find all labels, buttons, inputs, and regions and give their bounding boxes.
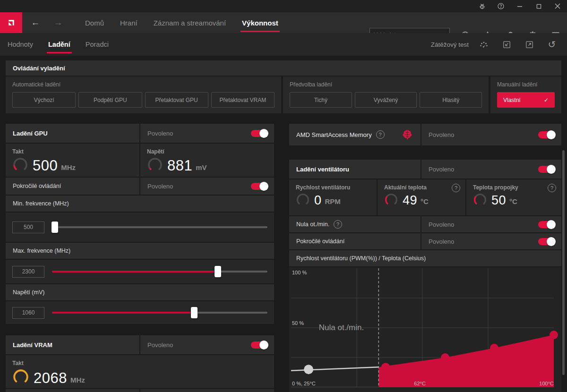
junction-temp-unit: °C [509,197,517,205]
zero-rpm-toggle[interactable] [538,221,555,228]
gpu-volt-label: Napětí (mV) [6,289,44,296]
gpu-enabled-toggle[interactable] [251,130,267,137]
amd-logo[interactable] [0,12,22,33]
fan-curve-point[interactable] [441,353,449,362]
subtab-poradci[interactable]: Poradci [78,33,116,56]
reset-icon[interactable]: ↺ [541,33,563,56]
fan-curve-point[interactable] [381,363,390,371]
tab-domu[interactable]: Domů [77,12,112,33]
share-profile-icon[interactable] [518,33,541,56]
report-bug-icon[interactable] [472,0,491,12]
fan-curve-point[interactable] [490,344,498,352]
zero-rpm-zone-label: Nula ot./min. [319,323,364,332]
load-profile-icon[interactable] [495,33,518,56]
gpu-voltage-cell: Napětí 881 mV [140,144,274,177]
brain-icon [401,129,414,140]
maximize-button[interactable] [529,0,548,12]
gpu-voltage-label: Napětí [147,148,274,155]
min-freq-input[interactable] [12,222,44,233]
forward-arrow-button[interactable]: → [47,17,69,28]
fan-speed-gauge-icon [296,193,310,207]
sam-panel: AMD SmartAccess Memory ? Povoleno [289,124,561,145]
stress-test-gauge-icon[interactable] [472,33,495,56]
fan-curve-point[interactable] [550,331,558,339]
back-arrow-button[interactable]: ← [24,17,47,28]
gpu-advanced-label: Pokročilé ovládání [6,183,61,189]
fan-temp-gauge-icon [384,193,398,207]
vram-clock-cell: Takt 2068 MHz [6,355,274,388]
tab-zaznam[interactable]: Záznam a streamování [146,12,234,33]
overclock-gpu-button[interactable]: Přetaktovat GPU [145,92,208,108]
panel-title: Ovládání vyladění [6,65,65,72]
gpu-tuning-panel: Ladění GPU Povoleno Takt 500 MHz Napětí … [6,124,274,324]
gpu-clock-gauge-icon [12,157,28,173]
xtick-100: 100°C [539,381,554,386]
auto-tuning-label: Automatické ladění [12,81,275,88]
fan-speed-value: 0 [314,194,322,207]
fan-temp-unit: °C [421,197,429,205]
vram-enabled-label: Povoleno [140,341,251,349]
ytick-100: 100 % [292,270,307,275]
preset-balanced-button[interactable]: Vyvážený [355,92,417,108]
gpu-voltage-unit: mV [196,163,206,171]
tab-vykonnost[interactable]: Výkonnost [234,12,286,33]
vram-next-row-partial [6,389,139,392]
fan-speed-label: Rychlost ventilátoru [296,184,377,191]
manual-custom-button[interactable]: Vlastní ✓ [497,92,555,108]
junction-gauge-icon [473,193,487,207]
titlebar [0,0,567,12]
close-button[interactable] [548,0,567,12]
junction-temp-cell: ? Teplota propojky 50 °C [466,179,561,215]
preset-quiet-button[interactable]: Tichý [290,92,352,108]
gpu-advanced-toggle[interactable] [251,183,267,190]
sam-help-icon[interactable]: ? [376,130,385,139]
gpu-clock-label: Takt [12,148,139,155]
gpu-volt-input[interactable] [12,307,44,319]
vram-panel-title: Ladění VRAM [6,341,52,349]
fan-curve-chart[interactable]: 100 %50 %0 %, 25°C62°C100°CNula ot./min. [289,267,561,392]
preset-loud-button[interactable]: Hlasitý [420,92,482,108]
subtab-hodnoty[interactable]: Hodnoty [0,33,41,56]
sam-enabled-label: Povoleno [421,131,538,138]
help-icon[interactable] [491,0,510,12]
tab-hrani[interactable]: Hraní [112,12,146,33]
undervolt-gpu-button[interactable]: Podpětí GPU [78,92,142,108]
fan-advanced-enabled-label: Povoleno [421,238,538,245]
fan-advanced-label: Pokročilé ovládání [289,238,344,245]
fan-temp-value: 49 [403,194,417,207]
gpu-clock-cell: Takt 500 MHz [6,144,139,177]
max-freq-handle[interactable] [215,266,221,277]
zero-rpm-help-icon[interactable]: ? [334,220,342,229]
sam-enabled-toggle[interactable] [538,131,555,138]
fan-advanced-toggle[interactable] [538,238,555,245]
junction-help-icon[interactable]: ? [548,184,556,192]
fan-enabled-label: Povoleno [421,166,538,173]
subtab-ladeni[interactable]: Ladění [41,33,78,56]
max-freq-track[interactable] [52,271,267,273]
max-freq-input[interactable] [12,266,44,278]
gpu-enabled-label: Povoleno [140,130,251,137]
gpu-volt-handle[interactable] [191,307,198,318]
gpu-volt-slider [6,307,274,319]
auto-default-button[interactable]: Výchozí [12,92,76,108]
vertical-scrollbar[interactable] [562,150,565,375]
zero-rpm-label: Nula ot./min. [289,221,329,228]
sam-title: AMD SmartAccess Memory [289,131,372,138]
xtick-62: 62°C [414,381,426,386]
temp-help-icon[interactable]: ? [452,184,460,192]
fan-enabled-toggle[interactable] [538,166,555,173]
min-freq-track[interactable] [52,226,267,228]
minimize-button[interactable] [510,0,529,12]
vram-enabled-toggle[interactable] [251,341,267,349]
manual-tuning-label: Manuální ladění [497,81,555,88]
check-icon: ✓ [544,97,549,103]
auto-tuning-group: Automatické ladění Výchozí Podpětí GPU P… [6,77,281,113]
fan-temp-cell: ? Aktuální teplota 49 °C [378,179,465,215]
vram-clock-unit: MHz [70,376,85,384]
min-freq-handle[interactable] [52,222,58,233]
zero-rpm-point[interactable] [304,365,313,374]
fan-panel-title: Ladění ventilátoru [289,166,349,173]
gpu-volt-track[interactable] [52,312,267,314]
stress-test-label: Zátěžový test [431,41,469,48]
overclock-vram-button[interactable]: Přetaktovat VRAM [211,92,275,108]
